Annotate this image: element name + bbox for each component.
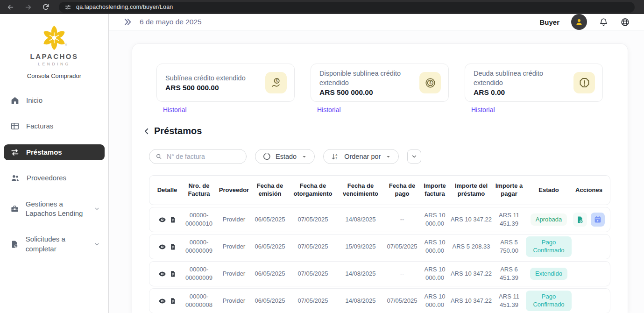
sidebar-expand-icon[interactable] <box>123 17 132 27</box>
browser-back-icon[interactable] <box>6 2 15 12</box>
view-detail-button[interactable] <box>158 243 166 251</box>
payment-date: -- <box>385 215 419 224</box>
home-icon <box>10 96 20 105</box>
user-icon <box>575 18 583 26</box>
column-header: Fecha de pago <box>385 182 419 198</box>
browser-forward-icon[interactable] <box>23 2 33 12</box>
invoice-amount: ARS 10 000.00 <box>419 265 450 282</box>
status-badge: Pago Confirmado <box>526 291 572 311</box>
site-settings-icon <box>64 4 71 11</box>
sidebar-item-label: Solicitudes a completar <box>26 235 87 254</box>
notifications-bell-icon[interactable] <box>599 17 609 27</box>
card-title: Deuda sublínea crédito extendido <box>474 69 569 88</box>
calendar-icon <box>594 215 602 224</box>
card-sublinea-credito: Sublínea crédito extendido ARS 500 000.0… <box>156 64 295 102</box>
status-badge: Aprobada <box>531 213 567 226</box>
column-header: Importe a pagar <box>492 182 526 198</box>
svg-text:$: $ <box>429 80 432 85</box>
invoice-amount: ARS 10 000.00 <box>419 238 450 255</box>
address-bar[interactable]: qa.lapachoslending.com/buyer/Loan <box>59 2 635 13</box>
alert-octagon-icon <box>578 77 591 89</box>
table-row: 00000-00000008 Provider 06/05/2025 07/05… <box>149 288 610 313</box>
sidebar: ® LAPACHOS LENDING Consola Comprador Ini… <box>0 14 109 313</box>
console-label: Consola Comprador <box>27 72 81 79</box>
invoice-doc-button[interactable] <box>170 243 177 250</box>
table-header-row: Detalle Nro. de Factura Proveedor Fecha … <box>149 175 610 205</box>
brand-logo: ® LAPACHOS LENDING Consola Comprador <box>0 24 108 79</box>
back-chevron-icon[interactable] <box>142 127 151 135</box>
sidebar-item-label: Gestiones a Lapachos Lending <box>26 199 87 219</box>
sidebar-item-proveedores[interactable]: Proveedores <box>4 170 105 186</box>
historial-link[interactable]: Historial <box>163 106 295 114</box>
payable-amount: ARS 5 750.00 <box>492 238 526 255</box>
historial-link[interactable]: Historial <box>317 106 449 114</box>
table-row: 00000-00000009 Provider 06/05/2025 07/05… <box>149 261 610 286</box>
invoice-doc-button[interactable] <box>170 216 177 223</box>
caret-down-icon <box>386 154 391 159</box>
provider-name: Provider <box>218 242 250 251</box>
sidebar-item-label: Inicio <box>26 96 42 105</box>
card-amount: ARS 0.00 <box>474 88 569 97</box>
ordenar-label: Ordenar por <box>344 153 381 160</box>
filters-bar: Estado AZ Ordenar por <box>149 149 628 164</box>
browser-toolbar: qa.lapachoslending.com/buyer/Loan <box>0 0 644 14</box>
column-header: Acciones <box>572 186 606 194</box>
payable-amount: ARS 11 451.39 <box>492 292 526 309</box>
search-input[interactable] <box>166 152 240 161</box>
schedule-calendar-button[interactable] <box>591 213 605 227</box>
more-filters-button[interactable] <box>407 149 421 164</box>
card-deuda-sublinea: Deuda sublínea crédito extendido ARS 0.0… <box>465 64 603 102</box>
provider-name: Provider <box>218 215 250 224</box>
sidebar-item-solicitudes[interactable]: Solicitudes a completar <box>4 231 105 257</box>
sidebar-item-facturas[interactable]: Facturas <box>4 118 105 134</box>
loan-amount: ARS 5 208.33 <box>450 242 492 251</box>
loans-swap-icon <box>10 148 20 157</box>
invoice-doc-button[interactable] <box>170 270 177 277</box>
column-header: Fecha de vencimiento <box>336 182 385 198</box>
summary-cards: Sublínea crédito extendido ARS 500 000.0… <box>156 64 628 114</box>
sort-az-icon: AZ <box>331 153 339 161</box>
browser-refresh-icon[interactable] <box>41 2 50 12</box>
view-detail-button[interactable] <box>158 216 166 224</box>
card-title: Disponible sublínea crédito extendido <box>319 69 415 88</box>
avatar[interactable] <box>571 14 587 30</box>
invoice-search[interactable] <box>149 149 247 164</box>
table-row: 00000-00000010 Provider 06/05/2025 07/05… <box>149 207 610 232</box>
loan-amount: ARS 10 347.22 <box>450 297 492 305</box>
due-date: 14/08/2025 <box>336 215 385 224</box>
column-header: Fecha de emisión <box>250 182 290 198</box>
view-detail-button[interactable] <box>158 297 166 305</box>
payment-date: 07/05/2025 <box>385 242 419 251</box>
invoice-number: 00000-00000010 <box>180 211 218 228</box>
payment-date: -- <box>385 270 419 278</box>
sidebar-item-prestamos[interactable]: Préstamos <box>4 144 105 160</box>
estado-filter-dropdown[interactable]: Estado <box>255 149 315 164</box>
status-badge: Extendido <box>530 268 567 280</box>
grant-date: 07/05/2025 <box>290 270 336 278</box>
column-header: Importe factura <box>419 182 450 198</box>
invoice-doc-button[interactable] <box>170 298 177 305</box>
historial-link[interactable]: Historial <box>471 106 603 114</box>
card-disponible-sublinea: Disponible sublínea crédito extendido AR… <box>311 64 449 102</box>
grant-date: 07/05/2025 <box>290 215 336 224</box>
due-date: 15/09/2025 <box>336 242 385 251</box>
content-area: Sublínea crédito extendido ARS 500 000.0… <box>109 30 644 313</box>
ordenar-por-dropdown[interactable]: AZ Ordenar por <box>323 149 399 164</box>
user-role-label: Buyer <box>539 18 559 26</box>
grant-date: 07/05/2025 <box>290 242 336 251</box>
language-globe-icon[interactable] <box>620 17 630 27</box>
brand-name: LAPACHOS <box>30 52 78 60</box>
hand-coin-icon: $ <box>270 77 283 89</box>
sidebar-item-gestiones[interactable]: Gestiones a Lapachos Lending <box>4 196 105 222</box>
eye-icon <box>158 270 166 278</box>
view-detail-button[interactable] <box>158 270 166 278</box>
providers-people-icon <box>10 173 20 183</box>
sidebar-item-inicio[interactable]: Inicio <box>4 92 105 108</box>
column-header: Importe del préstamo <box>450 182 492 198</box>
grant-date: 07/05/2025 <box>290 297 336 305</box>
invoice-amount: ARS 10 000.00 <box>419 292 450 309</box>
sidebar-item-label: Préstamos <box>26 148 62 157</box>
request-doc-check-icon <box>10 240 19 249</box>
page-title: Préstamos <box>154 126 202 136</box>
confirm-doc-button[interactable] <box>573 213 587 227</box>
